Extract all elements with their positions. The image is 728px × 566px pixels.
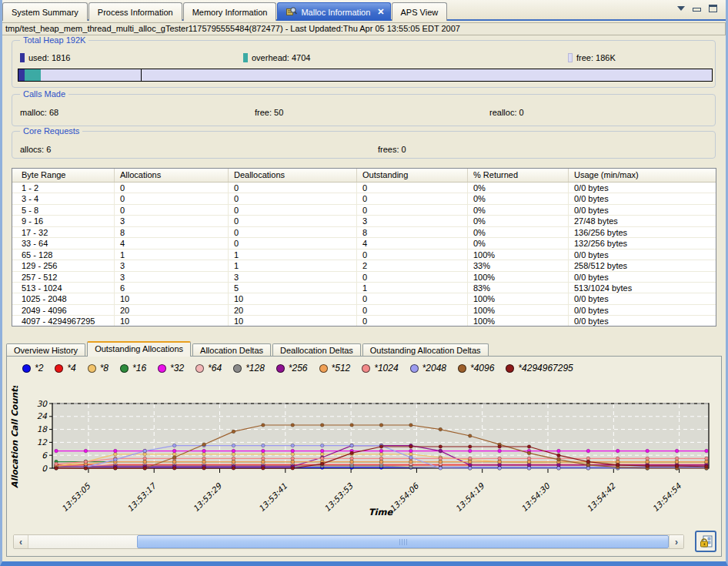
view-tab-bar: System SummaryProcess InformationMemory … <box>0 0 728 21</box>
table-row[interactable]: 129 - 25631233%258/512 bytes <box>12 260 716 271</box>
table-cell: 4097 - 4294967295 <box>12 316 115 326</box>
minimize-icon[interactable] <box>693 8 701 12</box>
table-cell: 0% <box>468 238 569 248</box>
svg-text:Time: Time <box>369 507 394 517</box>
table-row[interactable]: 513 - 102465183%513/1024 bytes <box>12 283 716 293</box>
chart-horizontal-scrollbar[interactable]: ‹ › <box>13 534 684 549</box>
table-cell: 0 <box>357 272 468 282</box>
content-area: Total Heap 192K used: 1816overhead: 4704… <box>2 35 726 561</box>
chart-legend-item-16: *16 <box>120 363 146 373</box>
tab-process-information[interactable]: Process Information <box>88 2 182 21</box>
legend-dot <box>362 364 370 373</box>
chart-legend: *2*4*8*16*32*64*128*256*512*1024*2048*40… <box>22 363 573 373</box>
column-header-returned[interactable]: % Returned <box>468 169 569 182</box>
table-cell: 100% <box>468 272 569 282</box>
table-cell: 258/512 bytes <box>569 260 716 270</box>
chart-legend-item-256: *256 <box>276 363 308 373</box>
scroll-lock-button[interactable] <box>695 531 716 552</box>
tab-label: APS View <box>401 8 439 17</box>
heap-segment-overhead <box>25 69 41 81</box>
scroll-right-icon[interactable]: › <box>669 535 683 548</box>
table-row[interactable]: 33 - 644040%132/256 bytes <box>12 238 716 249</box>
legend-label: *512 <box>332 363 351 373</box>
table-cell: 0 <box>229 216 357 226</box>
malloc-information-view: System SummaryProcess InformationMemory … <box>0 0 728 566</box>
chart-legend-item-512: *512 <box>319 363 351 373</box>
column-header-byte-range[interactable]: Byte Range <box>12 169 115 182</box>
heap-legend-free: free: 186K <box>568 53 616 62</box>
table-cell: 65 - 128 <box>12 250 115 260</box>
tab-deallocation-deltas[interactable]: Deallocation Deltas <box>272 343 361 357</box>
stat-malloc: malloc: 68 <box>20 108 58 117</box>
tab-allocation-deltas[interactable]: Allocation Deltas <box>192 343 271 357</box>
view-controls <box>677 5 717 12</box>
tab-overview-history[interactable]: Overview History <box>6 343 85 357</box>
table-cell: 17 - 32 <box>12 227 115 237</box>
tab-system-summary[interactable]: System Summary <box>2 2 88 21</box>
column-header-outstanding[interactable]: Outstanding <box>357 169 468 182</box>
tab-outstanding-allocation-deltas[interactable]: Outstanding Allocation Deltas <box>362 343 489 357</box>
column-header-allocations[interactable]: Allocations <box>115 169 229 182</box>
table-cell: 0 <box>229 238 357 248</box>
tab-malloc-information[interactable]: Malloc Information✕ <box>277 2 390 21</box>
legend-dot <box>120 364 129 373</box>
calls-made-group: Calls Made malloc: 68free: 50realloc: 0 <box>12 94 716 126</box>
scrollbar-thumb[interactable] <box>137 535 669 548</box>
svg-text:12: 12 <box>37 437 48 447</box>
table-cell: 5 <box>229 283 357 293</box>
table-row[interactable]: 4097 - 429496729510100100%0/0 bytes <box>12 316 716 327</box>
table-cell: 2049 - 4096 <box>12 305 115 315</box>
table-row[interactable]: 2049 - 409620200100%0/0 bytes <box>12 305 716 316</box>
legend-dot <box>506 364 514 373</box>
total-heap-title: Total Heap 192K <box>20 35 88 45</box>
column-header-deallocations[interactable]: Deallocations <box>229 169 357 182</box>
table-row[interactable]: 65 - 128110100%0/0 bytes <box>12 250 716 260</box>
legend-label: *128 <box>245 363 265 373</box>
tab-label: Process Information <box>98 8 173 17</box>
legend-dot <box>158 364 166 373</box>
table-row[interactable]: 1025 - 204810100100%0/0 bytes <box>12 293 716 304</box>
malloc-analysis-icon <box>286 6 297 18</box>
table-row[interactable]: 3 - 40000%0/0 bytes <box>12 193 716 204</box>
table-cell: 0 <box>115 183 229 193</box>
table-cell: 0 <box>357 250 468 260</box>
allocation-chart: 13:53:0513:53:1713:53:2913:53:4113:53:53… <box>7 386 723 532</box>
table-row[interactable]: 17 - 328080%136/256 bytes <box>12 227 716 238</box>
svg-text:13:53:41: 13:53:41 <box>256 481 289 514</box>
table-cell: 3 - 4 <box>12 193 115 203</box>
legend-dot <box>458 364 466 373</box>
scrollbar-track[interactable] <box>28 535 669 548</box>
table-cell: 9 - 16 <box>12 216 115 226</box>
table-cell: 8 <box>115 227 229 237</box>
heap-segment-used <box>18 69 25 81</box>
table-row[interactable]: 9 - 163030%27/48 bytes <box>12 216 716 226</box>
legend-label: *32 <box>170 363 184 373</box>
table-cell: 0% <box>468 205 569 215</box>
svg-text:13:54:19: 13:54:19 <box>453 481 486 514</box>
chart-legend-item-64: *64 <box>195 363 222 373</box>
table-cell: 20 <box>229 305 357 315</box>
svg-text:13:54:06: 13:54:06 <box>388 481 421 514</box>
view-menu-icon[interactable] <box>677 6 685 11</box>
table-cell: 20 <box>115 305 229 315</box>
stat-allocs: allocs: 6 <box>20 145 51 154</box>
stat-free: free: 50 <box>255 108 283 117</box>
tab-memory-information[interactable]: Memory Information <box>183 2 277 21</box>
table-cell: 3 <box>115 216 229 226</box>
scroll-left-icon[interactable]: ‹ <box>14 535 28 548</box>
table-row[interactable]: 257 - 512330100%0/0 bytes <box>12 272 716 283</box>
svg-text:13:54:54: 13:54:54 <box>650 481 683 514</box>
table-cell: 0/0 bytes <box>569 272 716 282</box>
close-icon[interactable]: ✕ <box>377 8 384 16</box>
column-header-usage-min-max[interactable]: Usage (min/max) <box>569 169 716 182</box>
table-row[interactable]: 5 - 80000%0/0 bytes <box>12 205 716 216</box>
maximize-icon[interactable] <box>709 5 717 12</box>
tab-outstanding-allocations[interactable]: Outstanding Allocations <box>87 341 191 357</box>
legend-dot <box>276 364 285 373</box>
bottom-tab-strip: Overview HistoryOutstanding AllocationsA… <box>6 341 490 357</box>
table-cell: 0/0 bytes <box>569 305 716 315</box>
table-cell: 100% <box>468 250 569 260</box>
table-row[interactable]: 1 - 20000%0/0 bytes <box>12 183 716 193</box>
total-heap-group: Total Heap 192K used: 1816overhead: 4704… <box>12 40 716 88</box>
tab-aps-view[interactable]: APS View <box>392 2 448 21</box>
